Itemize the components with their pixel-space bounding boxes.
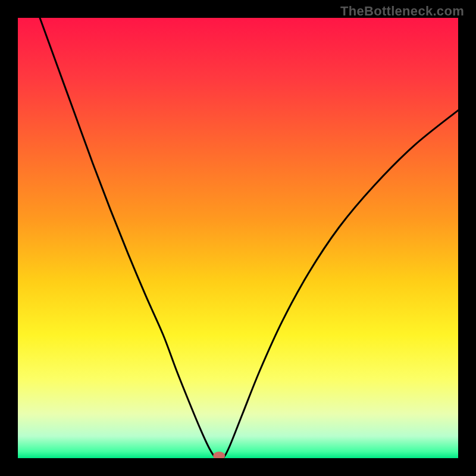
bottleneck-curve bbox=[40, 18, 458, 458]
chart-root: TheBottleneck.com bbox=[0, 0, 476, 476]
curve-layer bbox=[18, 18, 458, 458]
optimum-marker bbox=[213, 452, 225, 458]
plot-area bbox=[18, 18, 458, 458]
watermark-text: TheBottleneck.com bbox=[340, 4, 464, 19]
